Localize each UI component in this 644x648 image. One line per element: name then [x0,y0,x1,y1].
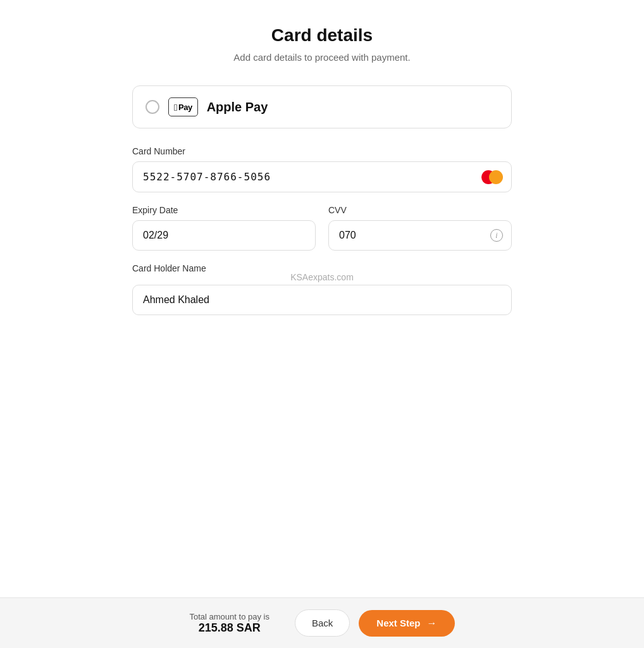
apple-pay-label: Apple Pay [207,100,268,115]
cvv-label: CVV [328,205,512,215]
cvv-wrapper: i [328,220,512,251]
footer: Total amount to pay is 215.88 SAR Back N… [0,597,644,648]
mastercard-icon [481,170,503,184]
expiry-cvv-row: Expiry Date CVV i [132,205,512,263]
cvv-input[interactable] [328,220,512,251]
apple-icon:  [174,102,177,113]
next-step-label: Next Step [376,618,420,628]
apple-pay-option[interactable]:  Pay Apple Pay [132,85,512,128]
expiry-label: Expiry Date [132,205,316,215]
form-container:  Pay Apple Pay Card Number Expiry Date [132,85,512,328]
footer-actions: Back Next Step → [295,609,455,637]
arrow-icon: → [427,618,437,629]
apple-pay-radio[interactable] [146,100,159,114]
mc-orange-circle [489,170,503,184]
expiry-group: Expiry Date [132,205,316,251]
card-number-wrapper [132,161,512,192]
holder-group: Card Holder Name KSAexpats.com [132,263,512,315]
apple-pay-logo:  Pay [168,97,198,116]
cvv-group: CVV i [328,205,512,251]
info-icon[interactable]: i [490,229,503,242]
apple-pay-logo-text: Pay [178,103,192,112]
next-step-button[interactable]: Next Step → [359,610,454,637]
page-title: Card details [271,25,373,46]
holder-input[interactable] [132,285,512,315]
card-number-input[interactable] [132,161,512,192]
expiry-input[interactable] [132,220,316,251]
card-number-label: Card Number [132,146,512,156]
card-number-group: Card Number [132,146,512,192]
footer-total-amount: 215.88 SAR [189,621,269,635]
page-subtitle: Add card details to proceed with payment… [233,52,410,63]
back-button[interactable]: Back [295,609,350,637]
watermark: KSAexpats.com [132,272,512,282]
footer-total-label: Total amount to pay is [189,612,269,621]
footer-total: Total amount to pay is 215.88 SAR [189,612,269,635]
